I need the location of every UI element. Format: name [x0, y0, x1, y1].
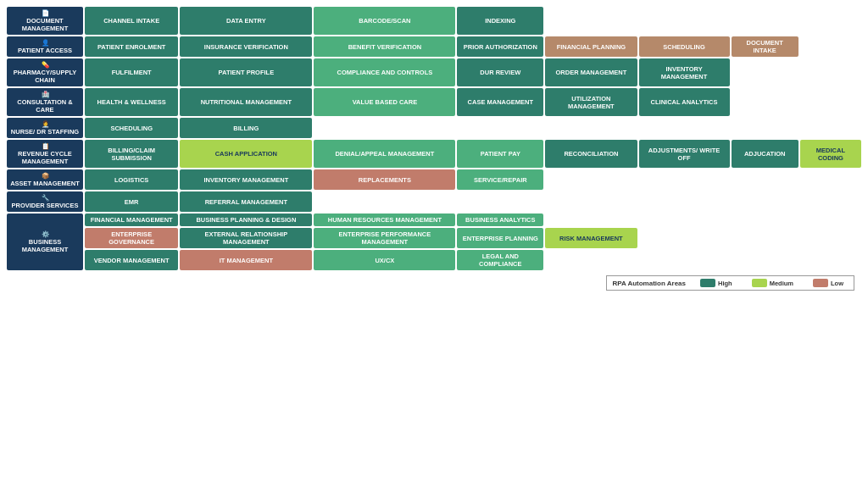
row-staffing: 👩‍⚕️ NURSE/ DR STAFFING SCHEDULING BILLI…: [7, 118, 861, 138]
cell-empty-22: [545, 191, 637, 212]
cell-empty-21: [457, 191, 543, 212]
cell-empty-10: [314, 118, 455, 138]
cell-enterprise-perf: ENTERPRISE PERFORMANCE MANAGEMENT: [314, 228, 455, 248]
cell-empty-35: [732, 250, 798, 270]
cell-empty-11: [457, 118, 543, 138]
row-pharmacy: 💊 PHARMACY/SUPPLY CHAIN FULFILMENT PATIE…: [7, 58, 861, 86]
cell-empty-25: [800, 191, 861, 212]
cell-channel-intake: CHANNEL INTAKE: [85, 7, 178, 35]
cell-enterprise-planning: ENTERPRISE PLANNING: [457, 228, 543, 248]
cell-replacements: REPLACEMENTS: [314, 169, 455, 190]
cell-cash-application: CASH APPLICATION: [180, 140, 312, 168]
cell-empty-33: [545, 250, 637, 270]
asset-icon: 📦: [42, 172, 49, 180]
staffing-icon: 👩‍⚕️: [42, 120, 49, 128]
cell-compliance-controls: COMPLIANCE AND CONTROLS: [314, 58, 455, 86]
cell-risk-management: RISK MANAGEMENT: [545, 228, 637, 248]
cell-barcode-scan: BARCODE/SCAN: [314, 7, 455, 35]
cell-empty-12: [545, 118, 637, 138]
cell-empty-34: [639, 250, 730, 270]
cell-business-planning: BUSINESS PLANNING & DESIGN: [180, 214, 312, 226]
cell-patient-pay: PATIENT PAY: [457, 140, 543, 168]
cell-empty-4: [800, 7, 861, 35]
cell-ext-relationship: EXTERNAL RELATIONSHIP MANAGEMENT: [180, 228, 312, 248]
cell-inventory-mgmt-ph: INVENTORY MANAGEMENT: [639, 58, 730, 86]
legend-title: RPA Automation Areas: [612, 280, 686, 287]
legend-high-label: High: [718, 280, 732, 287]
cell-value-based-care: VALUE BASED CARE: [314, 88, 455, 116]
main-container: 📄 DOCUMENT MANAGEMENT CHANNEL INTAKE DAT…: [0, 0, 868, 296]
sidebar-revenue-cycle: 📋 REVENUE CYCLE MANAGEMENT: [7, 140, 83, 168]
cell-health-wellness: HEALTH & WELLNESS: [85, 88, 178, 116]
process-grid: 📄 DOCUMENT MANAGEMENT CHANNEL INTAKE DAT…: [5, 5, 863, 272]
sidebar-business-mgmt: ⚙️ BUSINESS MANAGEMENT: [7, 214, 83, 270]
cell-business-analytics: BUSINESS ANALYTICS: [457, 214, 543, 226]
cell-benefit-verification: BENEFIT VERIFICATION: [314, 36, 455, 57]
cell-empty-17: [639, 169, 730, 190]
legend-high: High: [698, 279, 737, 287]
cell-hr-management: HUMAN RESOURCES MANAGEMENT: [314, 214, 455, 226]
sidebar-pharmacy: 💊 PHARMACY/SUPPLY CHAIN: [7, 58, 83, 86]
cell-scheduling-staff: SCHEDULING: [85, 118, 178, 138]
revenue-icon: 📋: [42, 142, 49, 150]
sidebar-asset-mgmt: 📦 ASSET MANAGEMENT: [7, 169, 83, 190]
cell-utilization-mgmt: UTILIZATION MANAGEMENT: [545, 88, 637, 116]
cell-clinical-analytics: CLINICAL ANALYTICS: [639, 88, 730, 116]
cell-reconciliation: RECONCILIATION: [545, 140, 637, 168]
cell-empty-6: [732, 58, 798, 86]
cell-adjustments-writeoff: ADJUSTMENTS/ WRITE OFF: [639, 140, 730, 168]
row-consultation: 🏥 CONSULTATION & CARE HEALTH & WELLNESS …: [7, 88, 861, 116]
cell-empty-27: [639, 214, 730, 226]
cell-empty-2: [639, 7, 730, 35]
cell-case-management: CASE MANAGEMENT: [457, 88, 543, 116]
sidebar-patient-access: 👤 PATIENT ACCESS: [7, 36, 83, 57]
cell-medical-coding: MEDICAL CODING: [800, 140, 861, 168]
row-business-mgmt-2: ENTERPRISE GOVERNANCE EXTERNAL RELATIONS…: [7, 228, 861, 248]
sidebar-provider-services: 🔧 PROVIDER SERVICES: [7, 191, 83, 212]
legend-medium-box: [752, 279, 767, 287]
cell-adjucation: ADJUCATION: [732, 140, 798, 168]
business-icon: ⚙️: [42, 230, 49, 238]
patient-icon: 👤: [42, 39, 49, 47]
cell-empty-29: [800, 214, 861, 226]
cell-fulfilment: FULFILMENT: [85, 58, 178, 86]
row-business-mgmt-1: ⚙️ BUSINESS MANAGEMENT FINANCIAL MANAGEM…: [7, 214, 861, 226]
cell-data-entry: DATA ENTRY: [180, 7, 312, 35]
cell-patient-enrolment: PATIENT ENROLMENT: [85, 36, 178, 57]
cell-empty-23: [639, 191, 730, 212]
cell-billing-staff: BILLING: [180, 118, 312, 138]
cell-empty-14: [732, 118, 798, 138]
pharmacy-icon: 💊: [42, 61, 49, 69]
legend-high-box: [700, 279, 715, 287]
cell-legal-compliance: LEGAL AND COMPLIANCE: [457, 250, 543, 270]
cell-empty-5: [800, 36, 861, 57]
cell-empty-24: [732, 191, 798, 212]
row-provider-services: 🔧 PROVIDER SERVICES EMR REFERRAL MANAGEM…: [7, 191, 861, 212]
cell-empty-1: [545, 7, 637, 35]
legend-low-label: Low: [831, 280, 843, 287]
cell-enterprise-governance: ENTERPRISE GOVERNANCE: [85, 228, 178, 248]
row-document-management: 📄 DOCUMENT MANAGEMENT CHANNEL INTAKE DAT…: [7, 7, 861, 35]
legend-low: Low: [810, 279, 849, 287]
cell-dur-review: DUR REVIEW: [457, 58, 543, 86]
cell-empty-15: [800, 118, 861, 138]
cell-inventory-mgmt-am: INVENTORY MANAGEMENT: [180, 169, 312, 190]
legend-container: RPA Automation Areas High Medium Low: [5, 275, 863, 291]
cell-empty-31: [732, 228, 798, 248]
cell-insurance-verification: INSURANCE VERIFICATION: [180, 36, 312, 57]
sidebar-consultation: 🏥 CONSULTATION & CARE: [7, 88, 83, 116]
cell-logistics: LOGISTICS: [85, 169, 178, 190]
cell-denial-appeal: DENIAL/APPEAL MANAGEMENT: [314, 140, 455, 168]
cell-empty-18: [732, 169, 798, 190]
cell-scheduling-pa: SCHEDULING: [639, 36, 730, 57]
provider-icon: 🔧: [42, 194, 49, 202]
cell-empty-9: [800, 88, 861, 116]
cell-patient-profile: PATIENT PROFILE: [180, 58, 312, 86]
legend-medium-label: Medium: [770, 280, 793, 287]
cell-empty-16: [545, 169, 637, 190]
cell-ux-cx: UX/CX: [314, 250, 455, 270]
cell-emr: EMR: [85, 191, 178, 212]
cell-it-management: IT MANAGEMENT: [180, 250, 312, 270]
cell-service-repair: SERVICE/REPAIR: [457, 169, 543, 190]
row-business-mgmt-3: VENDOR MANAGEMENT IT MANAGEMENT UX/CX LE…: [7, 250, 861, 270]
